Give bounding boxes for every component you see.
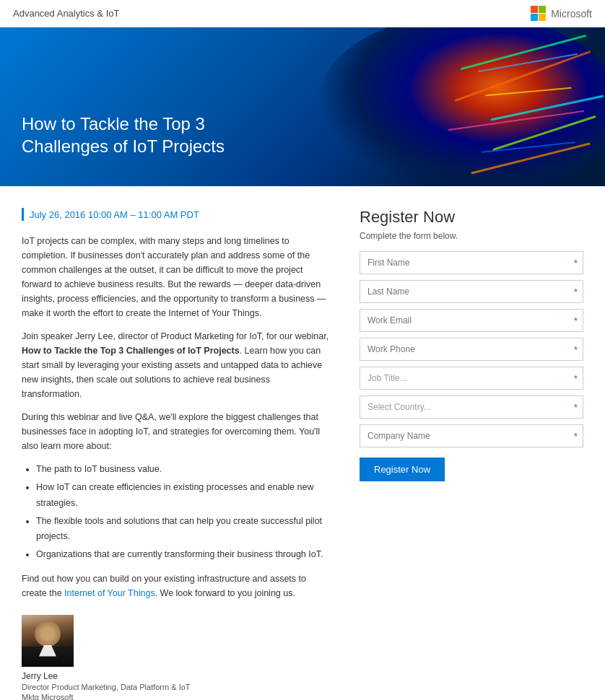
body-paragraph-2: Join speaker Jerry Lee, director of Prod…: [22, 329, 331, 401]
work-email-input[interactable]: [360, 309, 583, 332]
job-title-select[interactable]: Job Title...: [360, 367, 583, 390]
ms-logo-text: Microsoft: [551, 8, 592, 19]
body-paragraph-4: Find out how you can build on your exist…: [22, 572, 331, 600]
paragraph2-bold: How to Tackle the Top 3 Challenges of Io…: [22, 346, 240, 356]
required-star: *: [574, 402, 578, 413]
para4-text: Find out how you can build on your exist…: [22, 574, 306, 598]
last-name-input[interactable]: [360, 280, 583, 303]
speaker-title-line2: Mktg Microsoft: [22, 693, 331, 701]
paragraph2-prefix: Join speaker Jerry Lee, director of Prod…: [22, 331, 328, 341]
header-title: Advanced Analytics & IoT: [13, 8, 119, 19]
country-field: Select Country... *: [360, 395, 583, 419]
speaker-photo: [22, 615, 74, 667]
body-paragraph-3: During this webinar and live Q&A, we'll …: [22, 410, 331, 453]
job-title-field: Job Title... *: [360, 367, 583, 390]
hero-title: How to Tackle the Top 3 Challenges of Io…: [22, 113, 282, 157]
hero-banner: How to Tackle the Top 3 Challenges of Io…: [0, 27, 605, 186]
body-paragraph-1: IoT projects can be complex, with many s…: [22, 234, 331, 320]
event-date: July 26, 2016 10:00 AM – 11:00 AM PDT: [22, 208, 331, 221]
first-name-input[interactable]: [360, 251, 583, 274]
last-name-field: *: [360, 280, 583, 303]
main-content: July 26, 2016 10:00 AM – 11:00 AM PDT Io…: [0, 186, 605, 700]
country-select[interactable]: Select Country...: [360, 395, 583, 419]
register-button[interactable]: Register Now: [360, 458, 445, 481]
bullet-list: The path to IoT business value. How IoT …: [36, 462, 331, 563]
ms-logo-grid: [531, 6, 546, 21]
register-panel: Register Now Complete the form below. * …: [360, 208, 583, 700]
speaker-section: Jerry Lee Director Product Marketing, Da…: [22, 615, 331, 701]
company-name-field: *: [360, 424, 583, 447]
date-bar-decoration: [22, 208, 24, 221]
list-item: How IoT can create efficiencies in exist…: [36, 480, 331, 511]
form-subtitle: Complete the form below.: [360, 231, 583, 241]
register-title: Register Now: [360, 208, 583, 227]
event-date-text: July 26, 2016 10:00 AM – 11:00 AM PDT: [30, 209, 199, 220]
list-item: The flexible tools and solutions that ca…: [36, 514, 331, 545]
list-item: The path to IoT business value.: [36, 462, 331, 477]
left-column: July 26, 2016 10:00 AM – 11:00 AM PDT Io…: [22, 208, 331, 700]
microsoft-logo: Microsoft: [531, 6, 592, 21]
required-star: *: [574, 286, 578, 297]
header: Advanced Analytics & IoT Microsoft: [0, 0, 605, 27]
hero-deco-lines: [272, 27, 605, 186]
company-name-input[interactable]: [360, 424, 583, 447]
required-star: *: [574, 431, 578, 442]
iot-link[interactable]: Internet of Your Things: [64, 588, 155, 598]
work-phone-input[interactable]: [360, 338, 583, 361]
speaker-title-line1: Director Product Marketing, Data Platfor…: [22, 683, 331, 691]
required-star: *: [574, 258, 578, 268]
work-email-field: *: [360, 309, 583, 332]
required-star: *: [574, 315, 578, 326]
speaker-name: Jerry Lee: [22, 671, 331, 681]
work-phone-field: *: [360, 338, 583, 361]
required-star: *: [574, 344, 578, 355]
required-star: *: [574, 373, 578, 384]
first-name-field: *: [360, 251, 583, 274]
list-item: Organizations that are currently transfo…: [36, 547, 331, 562]
